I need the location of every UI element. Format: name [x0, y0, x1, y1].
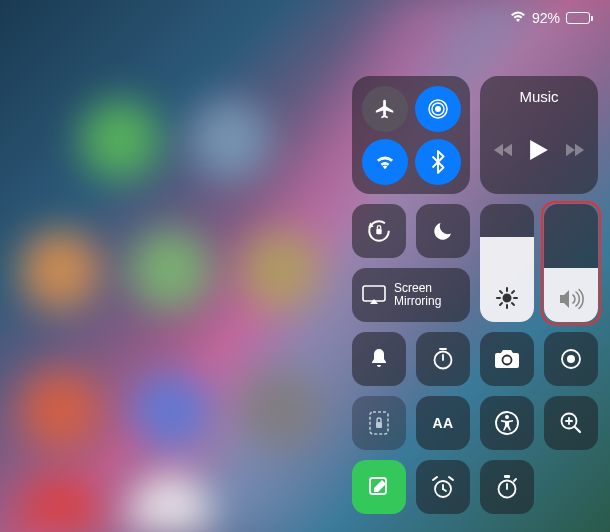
svg-line-32 [443, 489, 446, 491]
svg-line-33 [433, 477, 437, 480]
rotation-lock-toggle[interactable] [352, 204, 406, 258]
control-center: Music [352, 76, 598, 524]
guided-access-icon [368, 410, 390, 436]
accessibility-icon [494, 410, 520, 436]
wifi-status-icon [510, 11, 526, 26]
moon-icon [431, 219, 455, 243]
accessibility-button[interactable] [480, 396, 534, 450]
svg-rect-37 [504, 475, 510, 478]
svg-point-0 [435, 106, 441, 112]
timer-button[interactable] [416, 332, 470, 386]
airdrop-icon [426, 97, 450, 121]
svg-line-13 [500, 303, 502, 305]
screen-mirroring-label: ScreenMirroring [394, 282, 441, 308]
stopwatch-button[interactable] [480, 460, 534, 514]
magnifier-button[interactable] [544, 396, 598, 450]
compose-icon [368, 476, 390, 498]
airplane-mode-toggle[interactable] [362, 86, 408, 132]
airplane-icon [374, 98, 396, 120]
alarm-clock-icon [430, 475, 456, 499]
previous-track-button[interactable] [494, 143, 512, 161]
do-not-disturb-toggle[interactable] [416, 204, 470, 258]
connectivity-group [352, 76, 470, 194]
brightness-slider[interactable] [480, 204, 534, 322]
camera-icon [494, 348, 520, 370]
svg-rect-22 [376, 422, 382, 428]
play-button[interactable] [530, 140, 548, 164]
svg-rect-4 [376, 229, 381, 234]
airdrop-toggle[interactable] [415, 86, 461, 132]
music-controls [490, 140, 588, 182]
text-size-label: AA [432, 415, 453, 431]
battery-percent-label: 92% [532, 10, 560, 26]
guided-access-button[interactable] [352, 396, 406, 450]
brightness-icon [495, 286, 519, 310]
volume-slider[interactable] [544, 204, 598, 322]
status-bar: 92% [510, 10, 590, 26]
next-track-button[interactable] [566, 143, 584, 161]
screen-record-button[interactable] [544, 332, 598, 386]
bluetooth-toggle[interactable] [415, 139, 461, 185]
alarm-button[interactable] [416, 460, 470, 514]
silent-mode-toggle[interactable] [352, 332, 406, 386]
screen-mirroring-button[interactable]: ScreenMirroring [352, 268, 470, 322]
music-widget[interactable]: Music [480, 76, 598, 194]
svg-line-12 [512, 303, 514, 305]
svg-point-20 [567, 355, 575, 363]
bell-icon [368, 347, 390, 371]
notes-button[interactable] [352, 460, 406, 514]
record-icon [559, 347, 583, 371]
camera-button[interactable] [480, 332, 534, 386]
svg-point-24 [505, 415, 509, 419]
volume-icon [558, 288, 584, 310]
stopwatch-icon [495, 474, 519, 500]
wifi-toggle[interactable] [362, 139, 408, 185]
wifi-icon [374, 153, 396, 171]
battery-icon [566, 12, 590, 24]
magnifier-plus-icon [559, 411, 583, 435]
text-size-button[interactable]: AA [416, 396, 470, 450]
bluetooth-icon [430, 150, 446, 174]
svg-line-11 [500, 291, 502, 293]
timer-icon [431, 347, 455, 371]
screen-mirror-icon [362, 285, 386, 305]
svg-point-6 [503, 294, 512, 303]
rotation-lock-icon [366, 218, 392, 244]
music-title: Music [490, 88, 588, 105]
svg-line-34 [449, 477, 453, 480]
svg-line-26 [575, 427, 580, 432]
svg-line-38 [514, 479, 516, 481]
svg-line-14 [512, 291, 514, 293]
svg-rect-5 [363, 286, 385, 301]
